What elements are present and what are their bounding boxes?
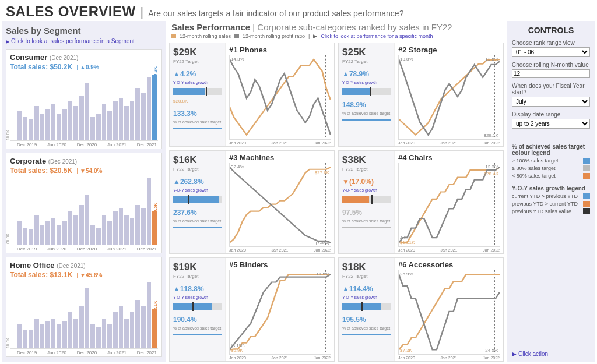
perf-card-6[interactable]: $18K FY22 Target ▲114.4% Y-O-Y sales gro… <box>338 257 504 362</box>
growth-value: ▲4.2% <box>173 70 222 78</box>
bar <box>45 221 50 245</box>
target-label: FY22 Target <box>342 274 391 279</box>
performance-header: Sales Performance | Corporate sub-catego… <box>169 21 504 40</box>
perf-card-5[interactable]: $19K FY22 Target ▲118.8% Y-O-Y sales gro… <box>169 257 335 362</box>
bar <box>29 119 33 140</box>
bar <box>102 104 107 140</box>
control-rank-label: Choose rank range view <box>512 40 590 46</box>
control-fy-select[interactable]: July <box>512 97 590 107</box>
bar: £20.5K <box>152 211 157 245</box>
control-rank: Choose rank range view 01 - 06 <box>512 40 590 57</box>
bar <box>51 319 56 348</box>
segment-card-corporate[interactable]: Corporate (Dec 2021) Total sales: $20.5K… <box>6 153 162 253</box>
bar <box>124 106 129 140</box>
bar <box>96 228 101 244</box>
control-daterange-select[interactable]: up to 2 years <box>512 119 590 129</box>
control-fy-label: When does your Fiscal Year start? <box>512 83 590 96</box>
bar <box>51 218 56 244</box>
growth-value: ▲78.9% <box>342 70 391 78</box>
card-metrics: $38K FY22 Target ▼(17.0%) Y-O-Y sales gr… <box>339 151 395 254</box>
mini-axis: Jan 2020Jan 2021Jan 2022 <box>229 355 331 360</box>
bar <box>124 319 129 348</box>
achieved-label: % of achieved sales target <box>342 326 391 330</box>
bar: £50.2K <box>152 75 157 140</box>
card-chart-area: #2 Storage 13.8%13.5%$29.1K Jan 2020Jan … <box>395 43 503 146</box>
bar <box>40 225 45 245</box>
control-rolling-input[interactable] <box>512 69 590 78</box>
legend-link[interactable]: Click to look at performance for a speci… <box>321 33 433 39</box>
play-icon: ▶ <box>313 33 317 39</box>
achieved-bar <box>342 227 391 228</box>
bar <box>79 306 84 348</box>
segment-card-consumer[interactable]: Consumer (Dec 2021) Total sales: $50.2K … <box>6 49 162 149</box>
achieved-label: % of achieved sales target <box>342 219 391 223</box>
achieved-label: % of achieved sales target <box>173 219 222 223</box>
bar <box>90 117 95 141</box>
bar <box>119 306 124 348</box>
bar <box>40 114 45 140</box>
control-daterange-label: Display date range <box>512 111 590 118</box>
card-title: #1 Phones <box>229 45 331 54</box>
bar <box>79 96 84 140</box>
mini-chart: 13.8%13.5%$29.1K <box>398 55 500 140</box>
card-chart-area: #5 Binders 11.5%(3.1%)$6.9K Jan 2020Jan … <box>226 258 334 361</box>
control-rank-select[interactable]: 01 - 06 <box>512 47 590 57</box>
perf-card-2[interactable]: $25K FY22 Target ▲78.9% Y-O-Y sales grow… <box>338 43 504 147</box>
achieved-bar <box>342 119 391 121</box>
page-subtitle: Are our sales targets a fair indicator o… <box>148 9 403 18</box>
bar <box>85 195 90 245</box>
achieved-label: % of achieved sales target <box>173 120 222 124</box>
card-chart-area: #6 Accessories 25.9%24.5%$7.3K Jan 2020J… <box>395 258 503 361</box>
target-value: $29K <box>173 47 222 58</box>
bar <box>135 88 140 141</box>
bar <box>68 312 73 348</box>
target-label: FY22 Target <box>342 167 391 172</box>
bar <box>102 215 107 245</box>
click-action[interactable]: ▶ Click action <box>512 351 590 357</box>
bar <box>96 327 101 348</box>
growth-bar <box>342 303 391 310</box>
segments-hint[interactable]: Click to look at sales performance in a … <box>6 38 162 44</box>
target-label: FY22 Target <box>173 167 222 172</box>
perf-card-3[interactable]: $16K FY22 Target ▲262.8% Y-O-Y sales gro… <box>169 150 335 255</box>
performance-panel: Sales Performance | Corporate sub-catego… <box>169 21 504 362</box>
bar <box>73 106 78 140</box>
target-label: FY22 Target <box>173 274 222 279</box>
bar <box>57 324 61 348</box>
growth-label: Y-O-Y sales growth <box>342 80 391 84</box>
growth-bar <box>173 303 222 310</box>
achieved-bar <box>173 227 222 228</box>
legend-swatch-profit <box>234 34 239 38</box>
bar <box>34 106 39 140</box>
card-title: #4 Chairs <box>398 153 500 162</box>
growth-label: Y-O-Y sales growth <box>173 188 222 192</box>
divider <box>512 136 590 136</box>
bar <box>17 324 22 348</box>
controls-title: CONTROLS <box>512 26 590 35</box>
bar <box>96 114 101 140</box>
bar <box>57 225 61 245</box>
bar <box>147 178 152 244</box>
bar <box>119 98 124 141</box>
legend-growth: Y-O-Y sales growth legend current YTD > … <box>512 185 590 216</box>
legend-achieved: % of achieved sales target colour legend… <box>512 143 590 181</box>
controls-panel: CONTROLS Choose rank range view 01 - 06 … <box>507 21 595 362</box>
achieved-value: 190.4% <box>173 316 222 324</box>
card-metrics: $19K FY22 Target ▲118.8% Y-O-Y sales gro… <box>170 258 226 361</box>
target-value: $38K <box>342 154 391 166</box>
growth-label: Y-O-Y sales growth <box>173 295 222 299</box>
achieved-label: % of achieved sales target <box>342 111 391 115</box>
play-icon <box>6 38 9 44</box>
perf-card-4[interactable]: $38K FY22 Target ▼(17.0%) Y-O-Y sales gr… <box>338 150 504 255</box>
bar <box>130 312 135 348</box>
segment-card-home-office[interactable]: Home Office (Dec 2021) Total sales: $13.… <box>6 257 162 357</box>
mini-axis: Jan 2020Jan 2021Jan 2022 <box>229 140 331 145</box>
target-value: $25K <box>342 47 391 58</box>
segment-axis: Dec 2019Jun 2020Dec 2020Jun 2021Dec 2021 <box>10 245 158 252</box>
mini-axis: Jan 2020Jan 2021Jan 2022 <box>398 247 500 252</box>
bar <box>85 288 90 348</box>
bar <box>68 101 73 140</box>
growth-value: ▲114.4% <box>342 285 391 293</box>
segment-chart: £0.0K £50.2K <box>10 71 158 141</box>
perf-card-1[interactable]: $29K FY22 Target ▲4.2% Y-O-Y sales growt… <box>169 43 335 147</box>
